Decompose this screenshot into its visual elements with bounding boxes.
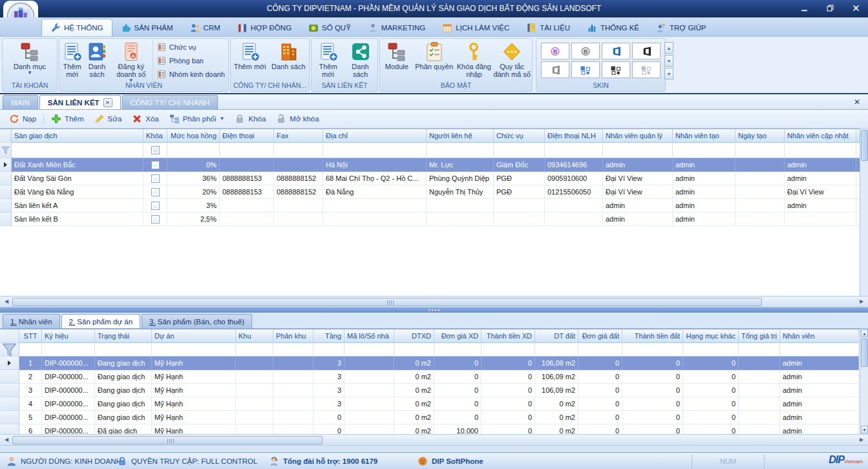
grid-cell[interactable]: [736, 172, 785, 185]
filter-cell[interactable]: [323, 143, 427, 158]
grid-cell[interactable]: [427, 199, 494, 213]
grid-cell[interactable]: 0 m2: [535, 397, 578, 411]
column-header[interactable]: Nhân viên quản lý: [603, 129, 673, 143]
column-header[interactable]: Hạng mục khác: [683, 329, 739, 343]
column-header[interactable]: Khu: [236, 329, 273, 343]
column-header[interactable]: Chức vụ: [494, 129, 545, 143]
skin-b-purple-button[interactable]: B: [541, 43, 569, 59]
grid-cell[interactable]: DIP-000000...: [42, 424, 95, 434]
grid-cell[interactable]: 4: [19, 397, 42, 411]
grid-cell[interactable]: 3: [313, 370, 344, 384]
danh-sach-san-button[interactable]: Danh sách: [344, 39, 377, 81]
grid-cell[interactable]: [427, 213, 494, 226]
grid-cell[interactable]: 2: [19, 370, 42, 384]
column-header[interactable]: Mức hoa hồng: [167, 129, 220, 143]
grid-cell[interactable]: Mỹ Hạnh: [152, 384, 236, 397]
grid-cell[interactable]: admin: [603, 199, 673, 213]
skin-b-gray-button[interactable]: B: [571, 43, 600, 59]
grid-cell[interactable]: [739, 397, 780, 411]
grid-cell[interactable]: 0: [622, 370, 683, 384]
ribbon-tab-8[interactable]: TÀI LIỆU: [518, 19, 578, 36]
grid-cell[interactable]: 01215506050: [545, 185, 603, 199]
main-grid-hscrollbar[interactable]: ◀ ▶: [0, 296, 868, 307]
grid-cell[interactable]: [274, 199, 323, 213]
grid-cell[interactable]: 0888888153: [220, 172, 274, 185]
column-header[interactable]: Điện thoại: [220, 129, 274, 143]
skin-more-button[interactable]: ▼: [664, 68, 673, 79]
grid-cell[interactable]: admin: [673, 213, 736, 226]
skin-squares-blue-button[interactable]: [571, 61, 600, 78]
grid-cell[interactable]: 0888888152: [274, 185, 323, 199]
grid-cell[interactable]: [274, 158, 323, 172]
table-row[interactable]: Đất Vàng Đà Nẵng20%08888881530888888152Đ…: [0, 185, 860, 199]
ribbon-tab-10[interactable]: ?TRỢ GIÚP: [648, 19, 715, 36]
grid-cell[interactable]: [143, 158, 167, 172]
grid-cell[interactable]: 20%: [167, 185, 220, 199]
grid-cell[interactable]: admin: [780, 397, 859, 411]
filter-cell[interactable]: [673, 143, 736, 158]
grid-cell[interactable]: Mỹ Hạnh: [152, 357, 236, 370]
grid-cell[interactable]: [236, 411, 273, 424]
scroll-up-icon[interactable]: ▲: [861, 329, 868, 337]
grid-cell[interactable]: 3: [19, 384, 42, 397]
grid-cell[interactable]: 0: [578, 357, 622, 370]
grid-cell[interactable]: 106,09 m2: [535, 370, 578, 384]
filter-cell[interactable]: [273, 343, 313, 357]
phong-ban-button[interactable]: Phòng ban: [157, 54, 225, 68]
grid-cell[interactable]: [236, 370, 273, 384]
grid-cell[interactable]: admin: [780, 357, 859, 370]
quy-tac-danh-ma-so-button[interactable]: Quy tắc đánh mã số: [492, 39, 531, 81]
grid-cell[interactable]: admin: [673, 158, 736, 172]
grid-cell[interactable]: [739, 370, 780, 384]
column-header[interactable]: Địa chỉ: [323, 129, 427, 143]
grid-cell[interactable]: 106,09 m2: [535, 357, 578, 370]
grid-cell[interactable]: [143, 172, 167, 185]
grid-cell[interactable]: 0 m2: [535, 424, 578, 434]
column-header[interactable]: Ký hiệu: [42, 329, 95, 343]
column-header[interactable]: Thành tiền đất: [622, 329, 683, 343]
grid-cell[interactable]: [344, 384, 394, 397]
ribbon-tab-3[interactable]: CRM: [182, 19, 229, 36]
grid-cell[interactable]: 0: [482, 357, 535, 370]
scroll-left-icon[interactable]: ◀: [1, 435, 12, 444]
grid-cell[interactable]: 0934614696: [545, 158, 603, 172]
grid-cell[interactable]: [736, 199, 785, 213]
grid-cell[interactable]: 0: [578, 411, 622, 424]
grid-cell[interactable]: 0: [434, 397, 482, 411]
filter-cell[interactable]: [494, 143, 545, 158]
grid-cell[interactable]: Đã giao dịch: [95, 424, 152, 434]
grid-cell[interactable]: [220, 213, 274, 226]
grid-cell[interactable]: admin: [780, 411, 859, 424]
mo-khoa-button[interactable]: Mở khóa: [271, 111, 324, 127]
grid-cell[interactable]: [739, 411, 780, 424]
grid-cell[interactable]: [273, 384, 313, 397]
skin-office-black-button[interactable]: [632, 43, 661, 59]
filter-cell[interactable]: [683, 343, 739, 357]
close-button[interactable]: [847, 3, 864, 14]
grid-cell[interactable]: 0: [683, 411, 739, 424]
grid-cell[interactable]: 0%: [167, 158, 220, 172]
grid-cell[interactable]: 10.000: [434, 424, 482, 434]
grid-cell[interactable]: 0: [482, 424, 535, 434]
doc-tab-cong-ty-chi-nhanh[interactable]: CÔNG TY/ CHI NHÁNH: [122, 95, 218, 109]
grid-cell[interactable]: 0: [578, 397, 622, 411]
xoa-button[interactable]: Xóa: [127, 111, 164, 127]
grid-cell[interactable]: PGĐ: [494, 185, 545, 199]
khoa-dang-nhap-button[interactable]: Khóa đăng nhập: [456, 39, 493, 81]
grid-cell[interactable]: 0: [313, 424, 344, 434]
table-row[interactable]: 6DIP-000000...Đã giao dịchMỹ Hạnh00 m210…: [0, 424, 860, 434]
checkbox[interactable]: [151, 174, 160, 183]
filter-cell[interactable]: [236, 343, 273, 357]
grid-cell[interactable]: 0: [578, 384, 622, 397]
grid-cell[interactable]: admin: [673, 199, 736, 213]
grid-cell[interactable]: 3: [313, 397, 344, 411]
grid-cell[interactable]: Đất Vàng Sài Gòn: [12, 172, 143, 185]
grid-cell[interactable]: Nguyễn Thị Thủy: [427, 185, 494, 199]
grid-cell[interactable]: 0: [482, 397, 535, 411]
grid-cell[interactable]: [220, 158, 274, 172]
column-header[interactable]: Nhân viên tạo: [673, 129, 736, 143]
column-header[interactable]: Mã lô/Số nhà: [344, 329, 394, 343]
table-row[interactable]: 5DIP-000000...Đang giao dịchMỹ Hạnh00 m2…: [0, 411, 860, 424]
grid-cell[interactable]: [344, 370, 394, 384]
nhom-kinh-doanh-button[interactable]: Nhóm kinh doanh: [157, 67, 225, 81]
